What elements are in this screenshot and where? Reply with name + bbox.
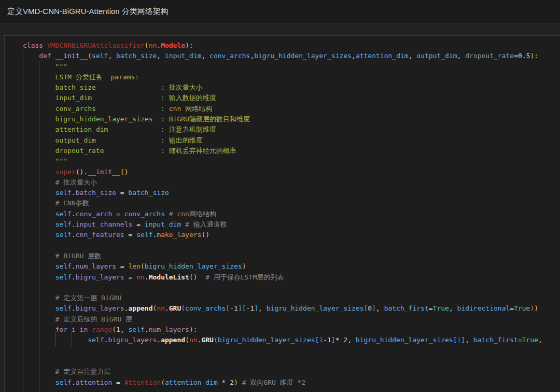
page-title: 定义VMD-CNN-BiGRU-Attention 分类网络架构 xyxy=(7,7,169,17)
code-line: self.bigru_layers = nn.ModuleList() # 用于… xyxy=(23,272,560,283)
code-line: self.attention = Attention(attention_dim… xyxy=(23,377,560,388)
code-line: # 定义自注意力层 xyxy=(23,367,560,377)
code-line: self.conv_arch = conv_archs # cnn网络结构 xyxy=(23,209,560,219)
code-line: attention_dim : 注意力机制维度 xyxy=(23,124,560,135)
code-line: """ xyxy=(23,156,560,166)
code-line: self.num_layers = len(bigru_hidden_layer… xyxy=(23,261,560,272)
code-line xyxy=(23,241,560,251)
code-line: self.bigru_layers.append(nn.GRU(conv_arc… xyxy=(23,303,560,314)
code-line: bigru_hidden_layer_sizes : BiGRU隐藏层的数目和维… xyxy=(23,114,560,124)
code-line: output_dim : 输出的维度 xyxy=(23,135,560,146)
code-line xyxy=(23,283,560,293)
code-line: batch_size : 批次量大小 xyxy=(23,82,560,93)
code-line: for i in range(1, self.num_layers): xyxy=(23,325,560,335)
code-line: # 定义后续的 BiGRU 层 xyxy=(23,314,560,325)
code-editor[interactable]: class VMDCNNBiGRUAttclassifier(nn.Module… xyxy=(4,35,560,392)
code-line: class VMDCNNBiGRUAttclassifier(nn.Module… xyxy=(23,40,560,51)
code-line: # CNN参数 xyxy=(23,198,560,208)
code-line: self.cnn_features = self.make_layers() xyxy=(23,230,560,240)
code-line: # 定义第一层 BiGRU xyxy=(23,293,560,303)
header-bar: 定义VMD-CNN-BiGRU-Attention 分类网络架构 xyxy=(0,0,560,23)
code-line: self.bigru_layers.append(nn.GRU(bigru_hi… xyxy=(23,335,560,345)
code-line xyxy=(23,356,560,367)
code-line: # BiGRU 层数 xyxy=(23,251,560,261)
code-line: self.input_channels = input_dim # 输入通道数 xyxy=(23,219,560,230)
code-line: conv_archs : cnn 网络结构 xyxy=(23,104,560,114)
code-line: def __init__(self, batch_size, input_dim… xyxy=(23,51,560,61)
code-line xyxy=(23,346,560,356)
code-line: self.batch_size = batch_size xyxy=(23,188,560,198)
code-line: input_dim : 输入数据的维度 xyxy=(23,93,560,103)
code-line: dropout_rate : 随机丢弃神经元的概率 xyxy=(23,146,560,156)
code-line: """ xyxy=(23,62,560,72)
code-lines: class VMDCNNBiGRUAttclassifier(nn.Module… xyxy=(23,40,560,388)
code-line: LSTM 分类任务 params: xyxy=(23,72,560,82)
code-line: super().__init__() xyxy=(23,167,560,177)
code-line: # 批次量大小 xyxy=(23,177,560,188)
